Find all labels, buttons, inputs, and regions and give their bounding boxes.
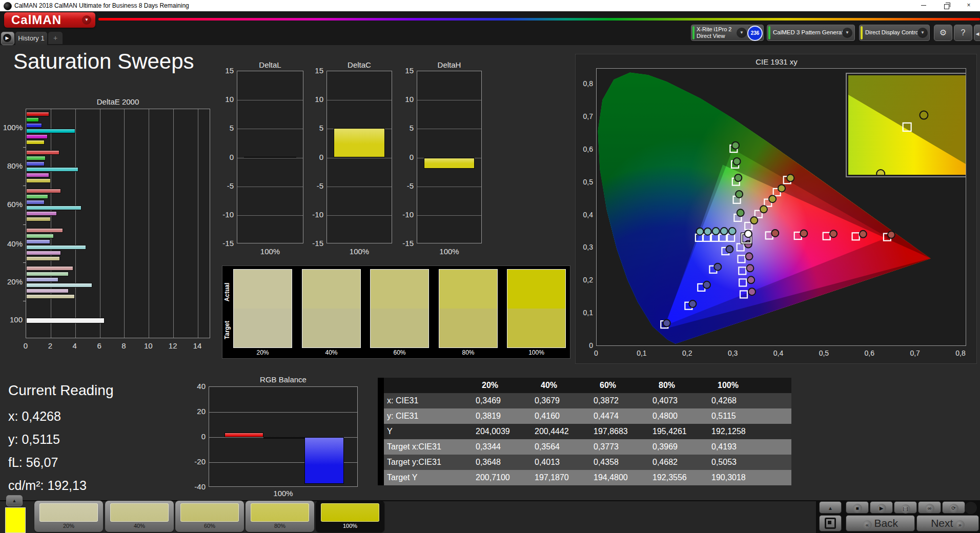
deltae-bar [26, 234, 54, 238]
table-row: Target x:CIE310,33440,35640,37730,39690,… [384, 439, 791, 455]
deltae-bar [26, 245, 86, 250]
table-row: y: CIE310,38190,41600,44740,48000,5115 [384, 408, 791, 424]
deltae-bar [26, 161, 45, 166]
gridline [237, 187, 303, 187]
next-label: Next [931, 517, 953, 529]
restore-button[interactable] [935, 0, 958, 11]
table-cell: 0,3969 [652, 439, 707, 455]
patch-card-20%[interactable]: 20% [34, 501, 103, 532]
table-header-row: 20%40%60%80%100% [384, 378, 791, 393]
delta-y-tick: -15 [305, 239, 323, 248]
cie-whitepoint-dot [745, 230, 752, 237]
table-cell: 0,4474 [594, 408, 648, 424]
collapse-toolbar-button[interactable]: ◀ [974, 25, 980, 41]
table-row: Y204,0039200,4442197,8683195,4261192,125… [384, 424, 791, 439]
cie-measured-dot-cyan [729, 228, 736, 235]
gridline [237, 129, 303, 129]
cie-measured-dot-red [860, 231, 867, 238]
cie-measured-dot-cyan [697, 228, 704, 235]
row-label-actual: Actual [223, 279, 231, 305]
deltae-bar [26, 277, 58, 282]
close-button[interactable]: × [957, 0, 980, 11]
deltae-bar [26, 318, 105, 323]
loop-button[interactable]: ∞ [918, 501, 941, 514]
next-button[interactable]: Next » [916, 515, 979, 531]
deltae-group-label: 40% [0, 239, 23, 248]
cluster-expand-button[interactable]: ▲ [819, 501, 842, 514]
table-row-label: Target y:CIE31 [387, 455, 469, 470]
deltae-group-label: 100 [0, 315, 23, 324]
app-icon [4, 2, 12, 10]
axis-tick [23, 262, 26, 263]
meter-count-badge[interactable]: 236 [747, 26, 763, 41]
cie-measured-dot-red [800, 230, 807, 237]
delta-chart-title: DeltaC [326, 60, 392, 69]
swatch-tile [302, 269, 361, 348]
chevron-down-icon[interactable]: ▼ [82, 15, 91, 25]
cie-measured-dot-blue [663, 320, 670, 327]
cie-measured-dot-cyan [712, 228, 720, 235]
meter-dropdown[interactable]: X-Rite i1Pro 2 Direct View ▼ 236 [691, 25, 764, 41]
stop-pattern-button[interactable] [819, 515, 842, 531]
cie-x-tick: 0 [588, 349, 604, 357]
axis-tick [23, 147, 26, 148]
patch-card-40%[interactable]: 40% [105, 501, 174, 532]
gridline [100, 109, 100, 338]
calman-logo: CalMAN [11, 13, 62, 27]
chevron-down-icon[interactable]: ▼ [737, 28, 747, 38]
pattern-button[interactable]: [··] [894, 501, 917, 514]
meter-status-bar [692, 26, 695, 39]
swatch-label: 40% [302, 349, 361, 356]
generator-dropdown[interactable]: CalMED 3 Pattern Generator ▼ [767, 25, 855, 41]
arrow-left-icon: ◀ [976, 31, 979, 36]
cie-measured-dot-cyan [704, 228, 711, 235]
add-tab-button[interactable]: + [48, 32, 63, 44]
calman-menu-button[interactable]: CalMAN ▼ [4, 12, 95, 28]
settings-button[interactable]: ⚙ [934, 25, 952, 41]
deltae-x-tick: 4 [67, 341, 83, 350]
swatch-actual [234, 270, 292, 309]
cie-y-tick: 0,6 [577, 145, 593, 153]
gridline [237, 215, 303, 216]
deltae-bar [26, 206, 81, 210]
cie-measured-dot-yellow [787, 174, 794, 181]
swatch-label: 20% [233, 349, 292, 356]
play-button[interactable]: ▶ [870, 501, 893, 514]
rgb-y-tick: 40 [185, 382, 206, 391]
patch-card-100%[interactable]: 100% [316, 501, 384, 532]
back-button[interactable]: « Back [846, 515, 915, 531]
delta-y-tick: 0 [215, 153, 234, 161]
delta-y-tick: 5 [395, 124, 414, 132]
table-cell: 0,3679 [535, 393, 589, 408]
patch-card-80%[interactable]: 80% [246, 501, 314, 532]
swatch-label: 100% [507, 349, 566, 356]
patch-swatch [251, 503, 309, 522]
axis-tick [23, 301, 26, 301]
patch-list-expand-button[interactable]: ▲ [6, 495, 23, 506]
table-cell: 0,4160 [535, 408, 589, 424]
deltae-bar [26, 173, 49, 177]
table-row-label: y: CIE31 [387, 408, 469, 424]
patch-card-60%[interactable]: 60% [175, 501, 244, 532]
patch-card-label: 40% [105, 523, 174, 529]
stop-button[interactable]: ■ [846, 501, 869, 514]
record-indicator [965, 502, 977, 514]
patch-card-label: 100% [316, 523, 384, 529]
chevron-down-icon[interactable]: ▼ [917, 28, 928, 38]
chevron-down-icon[interactable]: ▼ [842, 28, 852, 38]
refresh-button[interactable]: ⟳ [942, 501, 965, 514]
tab-history-1[interactable]: History 1 [15, 32, 47, 45]
table-column-header: 20% [482, 378, 530, 393]
table-left-stub [378, 378, 384, 485]
minimize-button[interactable] [912, 0, 935, 11]
patch-swatch [110, 503, 169, 522]
help-button[interactable]: ? [954, 25, 972, 41]
swatch-target [302, 309, 360, 347]
table-row-label: x: CIE31 [387, 393, 469, 408]
display-control-dropdown[interactable]: Direct Display Control ▼ [859, 25, 930, 41]
table-cell: 0,3819 [476, 408, 530, 424]
cie-measured-dot-green [737, 209, 744, 216]
tab-scroll-button[interactable]: ▶ [1, 32, 14, 45]
delta-y-tick: -15 [395, 239, 414, 248]
rgb-balance-chart [209, 386, 358, 487]
